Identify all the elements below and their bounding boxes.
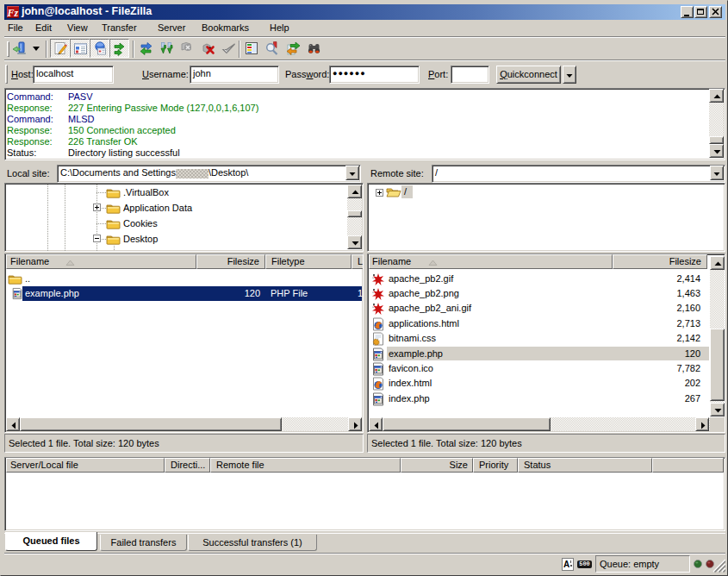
svg-text:Fz: Fz (7, 7, 19, 19)
